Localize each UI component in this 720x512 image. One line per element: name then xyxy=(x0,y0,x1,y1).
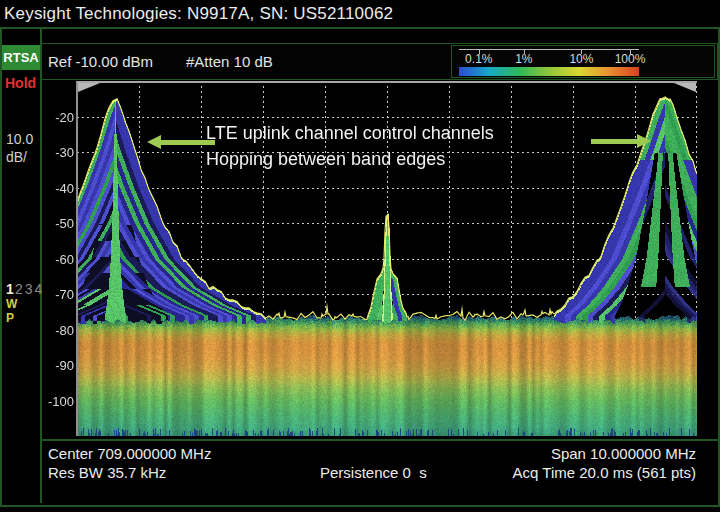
amplitude-axis-line xyxy=(76,81,78,436)
y-axis-tick-label: -20 xyxy=(55,110,74,125)
sweep-state-indicator: Hold xyxy=(5,75,36,91)
density-gradient-bar xyxy=(459,67,639,76)
trace-state-flag-w: W xyxy=(6,297,17,311)
legend-tick-label: 10% xyxy=(569,52,593,66)
ref-level-marker-left xyxy=(78,83,100,92)
legend-tick-label: 100% xyxy=(615,52,646,66)
attenuation-readout: #Atten 10 dB xyxy=(186,53,273,70)
sidebar-divider xyxy=(40,27,42,503)
y-axis-tick-label: -100 xyxy=(48,394,74,409)
y-axis-tick-label: -40 xyxy=(55,181,74,196)
annotation-line-1: LTE uplink channel control channels xyxy=(206,120,494,146)
mode-indicator-rtsa: RTSA xyxy=(2,45,40,70)
annotation-line-2: Hopping between band edges xyxy=(206,146,494,172)
y-axis-tick-label: -90 xyxy=(55,358,74,373)
res-bw-readout: Res BW 35.7 kHz xyxy=(48,464,166,481)
legend-tick-label: 0.1% xyxy=(465,52,492,66)
trace-number-active: 1 xyxy=(6,281,14,297)
span-readout: Span 10.000000 MHz xyxy=(551,445,696,462)
plot-annotation: LTE uplink channel control channels Hopp… xyxy=(206,120,494,172)
y-axis-tick-label: -70 xyxy=(55,287,74,302)
window-title: Keysight Technologies: N9917A, SN: US521… xyxy=(4,4,393,24)
footer-divider xyxy=(41,439,718,441)
density-color-legend: 0.1%1%10%100% xyxy=(451,45,715,78)
trace-numbers-inactive: 234 xyxy=(15,281,44,297)
right-arrow-icon xyxy=(591,134,651,148)
trace-state-flag-p: P xyxy=(6,311,14,325)
legend-tick-label: 1% xyxy=(515,52,532,66)
left-arrow-icon xyxy=(147,135,215,149)
y-axis-tick-label: -30 xyxy=(55,145,74,160)
mode-label: RTSA xyxy=(3,50,38,65)
y-axis-tick-label: -50 xyxy=(55,216,74,231)
scale-per-div-value: 10.0 xyxy=(6,131,33,147)
scale-per-div-unit: dB/ xyxy=(6,149,27,165)
center-frequency-readout: Center 709.000000 MHz xyxy=(48,445,211,462)
y-axis-tick-label: -80 xyxy=(55,323,74,338)
persistence-readout: Persistence 0 s xyxy=(320,464,427,481)
ref-level-readout: Ref -10.00 dBm xyxy=(48,53,153,70)
ref-level-line xyxy=(77,81,697,83)
ref-level-marker-right xyxy=(674,83,696,92)
y-axis-tick-label: -60 xyxy=(55,252,74,267)
instrument-screen: Keysight Technologies: N9917A, SN: US521… xyxy=(0,0,720,512)
legend-ruler-line xyxy=(459,49,639,50)
acq-time-readout: Acq Time 20.0 ms (561 pts) xyxy=(513,464,696,481)
